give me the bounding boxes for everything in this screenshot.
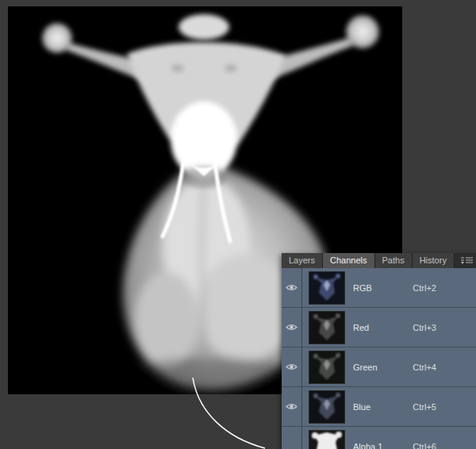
tab-label: Layers (289, 255, 315, 265)
channel-list: RGB Ctrl+2 Red (282, 268, 476, 449)
channel-row-blue[interactable]: Blue Ctrl+5 (282, 387, 476, 427)
tab-layers[interactable]: Layers (282, 253, 323, 268)
eye-icon (286, 363, 298, 371)
channel-row-green[interactable]: Green Ctrl+4 (282, 347, 476, 387)
channel-shortcut: Ctrl+3 (413, 323, 476, 332)
channel-thumbnail (309, 351, 345, 384)
tab-history[interactable]: History (413, 253, 455, 268)
eye-icon (286, 402, 298, 411)
channel-shortcut: Ctrl+2 (413, 283, 476, 293)
tab-label: Channels (330, 255, 367, 265)
eye-icon (286, 323, 298, 332)
tab-paths[interactable]: Paths (375, 253, 413, 268)
panel-menu-icon[interactable] (457, 253, 476, 268)
channels-panel: Layers Channels Paths History (282, 253, 476, 449)
channel-shortcut: Ctrl+6 (413, 442, 476, 449)
channel-shortcut: Ctrl+5 (413, 402, 476, 412)
channel-thumbnail (309, 271, 345, 305)
channel-thumbnail (309, 311, 345, 344)
visibility-toggle[interactable] (282, 347, 302, 386)
channel-name: Alpha 1 (353, 442, 413, 449)
tab-label: History (420, 255, 447, 265)
channel-row-red[interactable]: Red Ctrl+3 (282, 308, 476, 347)
channel-name: Blue (353, 402, 413, 412)
channel-thumbnail (309, 390, 345, 424)
tabbar-filler (455, 253, 476, 268)
channel-row-alpha-1[interactable]: Alpha 1 Ctrl+6 (282, 427, 476, 449)
tab-label: Paths (382, 255, 405, 265)
channel-name: RGB (353, 283, 413, 293)
visibility-toggle[interactable] (282, 427, 302, 449)
visibility-toggle[interactable] (282, 387, 302, 426)
panel-tab-bar: Layers Channels Paths History (282, 253, 476, 268)
channel-name: Green (353, 363, 413, 372)
channel-name: Red (353, 323, 413, 332)
tab-channels[interactable]: Channels (323, 253, 374, 268)
channel-shortcut: Ctrl+4 (413, 363, 476, 372)
channel-row-rgb[interactable]: RGB Ctrl+2 (282, 268, 476, 308)
visibility-toggle[interactable] (282, 268, 302, 307)
visibility-toggle[interactable] (282, 308, 302, 347)
channel-thumbnail (309, 430, 345, 449)
eye-icon (286, 283, 298, 292)
